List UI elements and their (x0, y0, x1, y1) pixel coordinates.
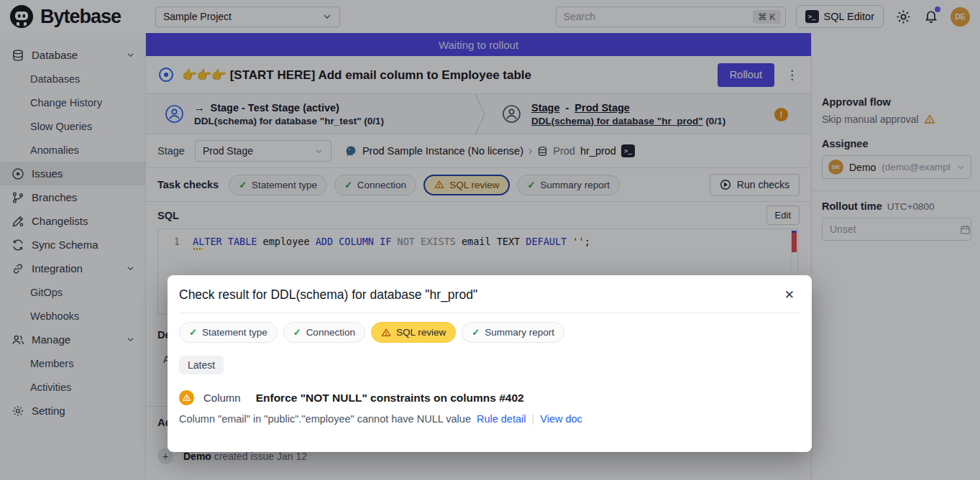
warning-badge-icon (179, 390, 194, 405)
check-icon: ✓ (293, 327, 301, 338)
modal-check-tabs: ✓Statement type ✓Connection SQL review ✓… (168, 313, 812, 343)
rule-detail-link[interactable]: Rule detail (477, 413, 526, 425)
link-separator: | (531, 413, 534, 425)
latest-badge: Latest (179, 356, 224, 374)
finding-category: Column (203, 392, 241, 404)
modal-check-statement-type[interactable]: ✓Statement type (179, 322, 278, 343)
modal-check-summary-report[interactable]: ✓Summary report (462, 322, 564, 343)
view-doc-link[interactable]: View doc (540, 413, 582, 425)
check-result-modal: Check result for DDL(schema) for databas… (168, 275, 812, 452)
close-icon[interactable]: ✕ (784, 287, 794, 303)
finding-rule-title: Enforce "NOT NULL" constraints on column… (256, 392, 524, 405)
check-icon: ✓ (472, 327, 480, 338)
finding-row: Column Enforce "NOT NULL" constraints on… (168, 374, 812, 405)
bytebase-app: Bytebase Sample Project ⌘ K >_ SQL Edito… (0, 0, 980, 480)
modal-title: Check result for DDL(schema) for databas… (179, 287, 477, 303)
check-icon: ✓ (189, 327, 197, 338)
finding-message: Column "email" in "public"."employee" ca… (168, 405, 812, 425)
warning-triangle-icon (381, 328, 391, 338)
modal-check-connection[interactable]: ✓Connection (283, 322, 365, 343)
modal-check-sql-review[interactable]: SQL review (371, 322, 456, 343)
